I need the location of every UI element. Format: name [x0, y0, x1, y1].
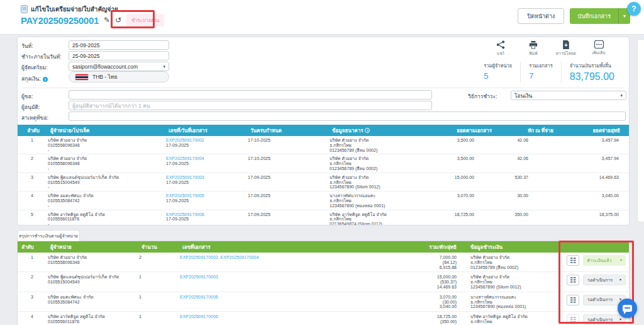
help-button[interactable]: ? — [627, 2, 641, 16]
edit-pencil-icon[interactable]: ✎ — [104, 16, 110, 24]
amount: 15,000.00 — [435, 173, 504, 191]
document-links[interactable]: EXP202509170003 — [180, 275, 218, 279]
col-status — [563, 241, 629, 253]
withholding: 350.00 — [504, 210, 566, 225]
grid-icon — [570, 277, 576, 283]
net-amount: 14,469.63 — [566, 173, 629, 191]
approver-input[interactable] — [69, 101, 432, 110]
document-links[interactable]: EXP202509170005 — [180, 295, 218, 299]
row-index: 1 — [18, 253, 47, 272]
history-icon[interactable]: ↺ — [115, 16, 121, 24]
chat-bubble-icon — [623, 305, 632, 312]
bank-name: ธ.กสิกรไทย — [470, 280, 562, 285]
bank-name: ธ.กสิกรไทย — [330, 198, 434, 203]
bank-account: 1234567890 (ทองหล่อ 0001) — [470, 304, 562, 309]
document-link[interactable]: EXP202509170006 — [166, 212, 245, 217]
chat-widget-button[interactable] — [618, 299, 637, 318]
vendor-tax-id: 0105515004549 — [48, 280, 136, 285]
tab-vendor-payment-summary[interactable]: สรุปการชำระเงินตามผู้จำหน่าย — [17, 230, 80, 241]
save-document-label: บันทึกเอกสาร — [570, 12, 618, 21]
payment-method-value: โอนเงิน — [514, 91, 532, 100]
vendor-cell: บริษัท ฟู้ดแลนด์ซุปเปอร์มาร์เก็ต จำกัด01… — [47, 272, 138, 292]
bank-name: ธ.กสิกรไทย — [330, 161, 434, 166]
document-links[interactable]: EXP202509170002, EXP202509170004 — [180, 255, 258, 259]
date-input[interactable] — [69, 40, 169, 50]
payment-method-select[interactable]: โอนเงิน ▾ — [511, 91, 626, 100]
document-link[interactable]: EXP202509170005 — [166, 193, 245, 198]
vendor-name: บริษัท อมตะทัศนะ จำกัด — [48, 193, 164, 198]
vendor-cell: บริษัท ฟู้ดแลนด์ซุปเปอร์มาร์เก็ต จำกัด01… — [47, 173, 165, 191]
amounts-cell: 18,725.00(350.00)18,375.00 — [385, 312, 459, 325]
chevron-down-icon: ▾ — [620, 258, 622, 263]
vendor-name: บริษัท อมตะทัศนะ จำกัด — [48, 295, 136, 300]
preparer-select[interactable]: sasiporn@flowaccount.com ▾ — [69, 62, 169, 71]
requester-input[interactable] — [69, 90, 432, 100]
header-bar: แก้ไขใบเตรียมจ่าย/ใบสำคัญจ่าย PAY2025092… — [0, 0, 644, 35]
table-row: 1 บริษัท ตัวอย่าง จำกัด0105558096348 2 E… — [18, 253, 629, 272]
total-amount: 18,725.00 — [386, 314, 457, 319]
project: - — [48, 185, 164, 190]
bank-detail-button[interactable] — [567, 275, 579, 285]
col-vendor: ผู้จำหน่าย — [47, 241, 138, 253]
reason-input[interactable] — [69, 111, 626, 121]
doc-cell: EXP20250917000617-09-2025 — [165, 210, 247, 225]
doc-date: 17-09-2025 — [166, 143, 245, 148]
documents-table: ลำดับ ผู้จำหน่าย/โปรเจ็ค เลขที่/วันที่เอ… — [18, 125, 629, 225]
stat-total-vendors: รวมผู้จำหน่าย 5 — [475, 62, 520, 83]
due-date: 17-09-2025 — [247, 191, 328, 210]
total-amount: 3,070.00 — [386, 295, 457, 300]
col-vendor: ผู้จำหน่าย/โปรเจ็ค — [47, 125, 165, 136]
vendor-name: บริษัท ตัวอย่าง จำกัด — [48, 138, 164, 143]
vendor-cell: บริษัท อมตะทัศนะ จำกัด0105535084742 — [47, 292, 138, 311]
header-actions: ปิดหน้าต่าง บันทึกเอกสาร ▾ — [518, 8, 630, 24]
currency-selector[interactable]: THB - ไทย — [69, 71, 169, 83]
amounts-cell: 7,000.00(84.12)6,915.88 — [385, 253, 459, 272]
project: - — [48, 222, 164, 225]
project: - — [48, 166, 164, 171]
doc-count: 1 — [138, 312, 179, 325]
reason-label: สาเหตุที่ขอ: — [21, 113, 48, 122]
more-button[interactable]: เพิ่มเติม — [587, 40, 610, 57]
document-actions: แชร์ พิมพ์ ดาวน์โหลด เพิ่มเติม — [489, 40, 610, 57]
col-amount: ยอดตามเอกสาร — [435, 125, 504, 136]
download-button[interactable]: ดาวน์โหลด — [555, 40, 577, 57]
net-amount: 3,040.00 — [566, 191, 629, 210]
info-icon: i — [43, 77, 48, 82]
document-link[interactable]: EXP202509170004 — [166, 156, 245, 161]
net-amount: 18,375.00 — [566, 210, 629, 225]
vendor-name: บริษัท ตัวอย่าง จำกัด — [48, 156, 164, 161]
vendor-cell: บริษัท ตัวอย่าง จำกัด0105558096348- — [47, 136, 165, 154]
stat-value: 83,795.00 — [570, 71, 614, 83]
bank-detail-button[interactable] — [567, 255, 579, 266]
document-links[interactable]: EXP202509170006 — [180, 314, 218, 319]
save-dropdown-caret-icon[interactable]: ▾ — [619, 13, 630, 19]
due-date-input[interactable] — [69, 51, 169, 60]
more-icon — [594, 40, 604, 48]
thai-flag-icon — [75, 74, 89, 81]
withholding: (30.00) — [386, 300, 457, 305]
bank-detail-button[interactable] — [567, 314, 579, 325]
docs-cell: EXP202509170002, EXP202509170004 — [179, 253, 385, 272]
print-button[interactable]: พิมพ์ — [522, 40, 545, 57]
payment-status-dropdown[interactable]: รอดำเนินการ▾ — [583, 275, 626, 285]
close-window-button[interactable]: ปิดหน้าต่าง — [518, 8, 564, 24]
row-index: 3 — [18, 173, 47, 191]
withholding: 42.06 — [504, 154, 566, 173]
save-document-button[interactable]: บันทึกเอกสาร ▾ — [570, 8, 630, 24]
document-link[interactable]: EXP202509170003 — [166, 175, 245, 180]
payee-name: นางสาวทัศนวรรณอมตะ — [470, 295, 562, 300]
bank-account: 0123456789 (สีลม 0002) — [470, 265, 562, 270]
col-payment-info: ข้อมูลชำระเงิน — [459, 241, 563, 253]
vendor-name: บริษัท อาร์ทติจูด สตูดิโอ จำกัด — [48, 314, 136, 319]
amount: 3,500.00 — [435, 154, 504, 173]
bank-detail-button[interactable] — [567, 295, 579, 305]
document-link[interactable]: EXP202509170002 — [166, 138, 245, 143]
docs-cell: EXP202509170003 — [179, 272, 385, 292]
payee-name: บริษัท ตัวอย่าง จำกัด — [330, 138, 434, 143]
share-button[interactable]: แชร์ — [489, 40, 512, 57]
payment-status-dropdown[interactable]: รอดำเนินการ▾ — [583, 314, 626, 325]
stat-label: จำนวนเงินรวมทั้งสิ้น — [570, 62, 614, 69]
payee-name: บริษัท ตัวอย่าง จำกัด — [470, 255, 562, 260]
doc-date: 17-09-2025 — [166, 180, 245, 185]
payment-status-dropdown[interactable]: ชำระเงินแล้ว▾ — [583, 255, 626, 266]
